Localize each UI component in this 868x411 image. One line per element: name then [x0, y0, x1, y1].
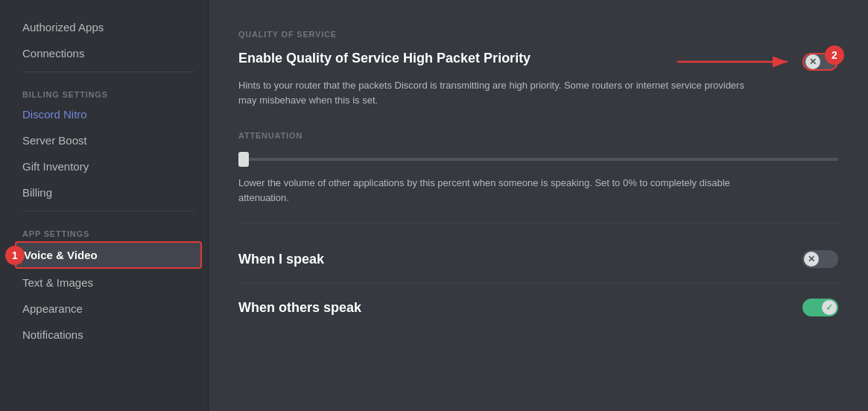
slider-container[interactable]: [238, 152, 838, 167]
sidebar-divider-app: [22, 211, 194, 211]
slider-track: [238, 158, 838, 161]
sidebar-item-notifications[interactable]: Notifications: [15, 322, 202, 347]
badge-2: 2: [825, 45, 844, 65]
qos-toggle-wrapper: 2 ✕: [802, 53, 838, 71]
main-content: QUALITY OF SERVICE Enable Quality of Ser…: [209, 0, 868, 411]
slider-thumb[interactable]: [238, 152, 249, 167]
when-others-speak-title: When others speak: [238, 300, 361, 316]
qos-header-row: Enable Quality of Service High Packet Pr…: [238, 51, 838, 72]
sidebar-item-appearance[interactable]: Appearance: [15, 296, 202, 321]
sidebar-section-billing: BILLING SETTINGS Discord Nitro Server Bo…: [15, 78, 202, 205]
when-i-speak-row: When I speak ✕: [238, 235, 838, 284]
sidebar-item-discord-nitro[interactable]: Discord Nitro: [15, 102, 202, 127]
x-icon: ✕: [809, 57, 817, 67]
sidebar-item-connections[interactable]: Connections: [15, 41, 202, 66]
attenuation-section: ATTENUATION Lower the volume of other ap…: [238, 131, 838, 205]
when-i-speak-title: When I speak: [238, 252, 324, 267]
sidebar-section-app: APP SETTINGS 1 Voice & Video Text & Imag…: [15, 217, 202, 347]
sidebar-item-server-boost[interactable]: Server Boost: [15, 128, 202, 153]
qos-title: Enable Quality of Service High Packet Pr…: [238, 51, 530, 66]
sidebar: Authorized Apps Connections BILLING SETT…: [0, 0, 209, 411]
sidebar-section-authorized: Authorized Apps Connections: [15, 15, 202, 66]
when-others-speak-toggle[interactable]: ✓: [802, 299, 838, 316]
app-settings-label: APP SETTINGS: [15, 217, 202, 241]
qos-toggle-thumb: ✕: [805, 54, 820, 69]
divider-1: [238, 223, 838, 223]
qos-toggle-area: 2 ✕: [677, 53, 838, 71]
badge-1: 1: [5, 246, 25, 265]
attenuation-description: Lower the volume of other applications b…: [238, 176, 760, 205]
x-icon-speak: ✕: [808, 254, 815, 264]
check-icon-others: ✓: [826, 302, 833, 313]
sidebar-item-text-images[interactable]: Text & Images: [15, 270, 202, 295]
sidebar-item-billing[interactable]: Billing: [15, 180, 202, 205]
sidebar-item-authorized-apps[interactable]: Authorized Apps: [15, 15, 202, 39]
sidebar-item-voice-video[interactable]: Voice & Video: [15, 241, 202, 269]
qos-section: QUALITY OF SERVICE Enable Quality of Ser…: [238, 30, 838, 107]
when-others-speak-row: When others speak ✓: [238, 284, 838, 331]
when-i-speak-thumb: ✕: [804, 252, 819, 267]
sidebar-item-gift-inventory[interactable]: Gift Inventory: [15, 154, 202, 179]
sidebar-divider-billing: [22, 71, 194, 72]
when-others-speak-thumb: ✓: [822, 300, 837, 315]
billing-settings-label: BILLING SETTINGS: [15, 78, 202, 102]
voice-video-wrapper: 1 Voice & Video: [15, 241, 202, 269]
attenuation-label: ATTENUATION: [238, 131, 838, 140]
arrow-svg: [677, 53, 796, 71]
when-i-speak-toggle[interactable]: ✕: [802, 250, 838, 268]
qos-description: Hints to your router that the packets Di…: [238, 78, 760, 107]
qos-section-label: QUALITY OF SERVICE: [238, 30, 838, 39]
